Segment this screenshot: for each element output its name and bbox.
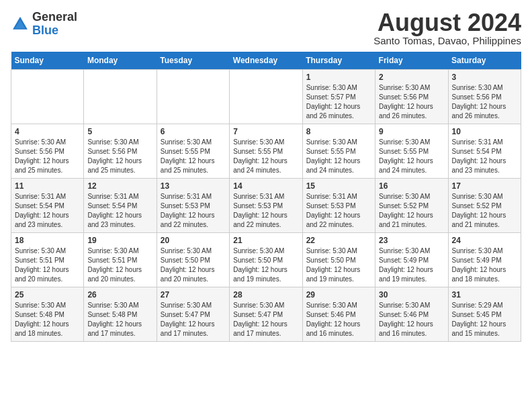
day-number: 12 xyxy=(87,181,152,191)
day-info: Sunrise: 5:30 AM Sunset: 5:50 PM Dayligh… xyxy=(306,246,371,284)
logo-general: General xyxy=(32,10,77,24)
calendar-cell: 21Sunrise: 5:30 AM Sunset: 5:50 PM Dayli… xyxy=(230,233,302,287)
day-number: 11 xyxy=(15,181,80,191)
day-number: 15 xyxy=(306,181,371,191)
calendar-cell: 10Sunrise: 5:31 AM Sunset: 5:54 PM Dayli… xyxy=(448,124,521,179)
day-info: Sunrise: 5:30 AM Sunset: 5:48 PM Dayligh… xyxy=(87,301,152,338)
day-number: 23 xyxy=(379,236,444,245)
calendar-cell: 23Sunrise: 5:30 AM Sunset: 5:49 PM Dayli… xyxy=(375,233,448,287)
calendar-cell: 6Sunrise: 5:30 AM Sunset: 5:55 PM Daylig… xyxy=(157,124,229,179)
day-info: Sunrise: 5:30 AM Sunset: 5:47 PM Dayligh… xyxy=(233,301,298,338)
day-info: Sunrise: 5:30 AM Sunset: 5:46 PM Dayligh… xyxy=(306,301,371,338)
calendar-cell xyxy=(157,70,229,124)
week-row-2: 4Sunrise: 5:30 AM Sunset: 5:56 PM Daylig… xyxy=(11,124,521,179)
logo-text: General Blue xyxy=(32,11,77,38)
location-subtitle: Santo Tomas, Davao, Philippines xyxy=(373,35,521,46)
day-number: 8 xyxy=(306,127,371,136)
calendar-cell: 18Sunrise: 5:30 AM Sunset: 5:51 PM Dayli… xyxy=(11,233,84,287)
day-info: Sunrise: 5:30 AM Sunset: 5:51 PM Dayligh… xyxy=(15,246,80,284)
day-number: 28 xyxy=(233,290,298,300)
day-info: Sunrise: 5:30 AM Sunset: 5:51 PM Dayligh… xyxy=(87,246,152,284)
day-info: Sunrise: 5:31 AM Sunset: 5:53 PM Dayligh… xyxy=(306,192,371,230)
calendar-cell: 3Sunrise: 5:30 AM Sunset: 5:56 PM Daylig… xyxy=(448,70,521,124)
calendar-cell: 17Sunrise: 5:30 AM Sunset: 5:52 PM Dayli… xyxy=(448,179,521,233)
calendar-cell: 7Sunrise: 5:30 AM Sunset: 5:55 PM Daylig… xyxy=(230,124,302,179)
day-info: Sunrise: 5:30 AM Sunset: 5:56 PM Dayligh… xyxy=(15,138,80,175)
calendar-cell: 28Sunrise: 5:30 AM Sunset: 5:47 PM Dayli… xyxy=(230,287,302,342)
day-number: 7 xyxy=(233,127,298,136)
day-info: Sunrise: 5:30 AM Sunset: 5:52 PM Dayligh… xyxy=(452,192,517,230)
day-number: 1 xyxy=(306,73,371,82)
week-row-3: 11Sunrise: 5:31 AM Sunset: 5:54 PM Dayli… xyxy=(11,179,521,233)
day-info: Sunrise: 5:30 AM Sunset: 5:49 PM Dayligh… xyxy=(379,246,444,284)
day-info: Sunrise: 5:31 AM Sunset: 5:54 PM Dayligh… xyxy=(15,192,80,230)
month-title: August 2024 xyxy=(373,11,521,35)
logo: General Blue xyxy=(11,11,77,38)
day-info: Sunrise: 5:30 AM Sunset: 5:56 PM Dayligh… xyxy=(452,83,517,121)
day-number: 27 xyxy=(161,290,226,300)
day-info: Sunrise: 5:31 AM Sunset: 5:54 PM Dayligh… xyxy=(87,192,152,230)
calendar-cell: 20Sunrise: 5:30 AM Sunset: 5:50 PM Dayli… xyxy=(157,233,229,287)
calendar-cell: 13Sunrise: 5:31 AM Sunset: 5:53 PM Dayli… xyxy=(157,179,229,233)
weekday-header-monday: Monday xyxy=(84,52,157,70)
day-info: Sunrise: 5:30 AM Sunset: 5:50 PM Dayligh… xyxy=(233,246,298,284)
day-number: 5 xyxy=(87,127,152,136)
day-info: Sunrise: 5:30 AM Sunset: 5:48 PM Dayligh… xyxy=(15,301,80,338)
day-info: Sunrise: 5:30 AM Sunset: 5:57 PM Dayligh… xyxy=(306,83,371,121)
generalblue-logo-icon xyxy=(11,15,30,34)
day-number: 21 xyxy=(233,236,298,245)
day-number: 25 xyxy=(15,290,80,300)
calendar-cell: 11Sunrise: 5:31 AM Sunset: 5:54 PM Dayli… xyxy=(11,179,84,233)
day-info: Sunrise: 5:31 AM Sunset: 5:54 PM Dayligh… xyxy=(452,138,517,175)
weekday-header-row: SundayMondayTuesdayWednesdayThursdayFrid… xyxy=(11,52,521,70)
calendar-cell: 15Sunrise: 5:31 AM Sunset: 5:53 PM Dayli… xyxy=(302,179,375,233)
calendar-cell: 26Sunrise: 5:30 AM Sunset: 5:48 PM Dayli… xyxy=(84,287,157,342)
day-number: 24 xyxy=(452,236,517,245)
calendar-cell: 25Sunrise: 5:30 AM Sunset: 5:48 PM Dayli… xyxy=(11,287,84,342)
day-number: 26 xyxy=(87,290,152,300)
week-row-5: 25Sunrise: 5:30 AM Sunset: 5:48 PM Dayli… xyxy=(11,287,521,342)
day-info: Sunrise: 5:29 AM Sunset: 5:45 PM Dayligh… xyxy=(452,301,517,338)
day-number: 18 xyxy=(15,236,80,245)
weekday-header-sunday: Sunday xyxy=(11,52,84,70)
day-number: 19 xyxy=(87,236,152,245)
day-number: 22 xyxy=(306,236,371,245)
day-number: 4 xyxy=(15,127,80,136)
day-info: Sunrise: 5:31 AM Sunset: 5:53 PM Dayligh… xyxy=(233,192,298,230)
day-info: Sunrise: 5:30 AM Sunset: 5:56 PM Dayligh… xyxy=(379,83,444,121)
day-info: Sunrise: 5:30 AM Sunset: 5:46 PM Dayligh… xyxy=(379,301,444,338)
day-number: 16 xyxy=(379,181,444,191)
day-info: Sunrise: 5:31 AM Sunset: 5:53 PM Dayligh… xyxy=(161,192,226,230)
day-info: Sunrise: 5:30 AM Sunset: 5:55 PM Dayligh… xyxy=(306,138,371,175)
day-number: 31 xyxy=(452,290,517,300)
day-info: Sunrise: 5:30 AM Sunset: 5:55 PM Dayligh… xyxy=(161,138,226,175)
weekday-header-wednesday: Wednesday xyxy=(230,52,302,70)
calendar-cell: 14Sunrise: 5:31 AM Sunset: 5:53 PM Dayli… xyxy=(230,179,302,233)
day-number: 9 xyxy=(379,127,444,136)
title-block: August 2024 Santo Tomas, Davao, Philippi… xyxy=(373,11,521,46)
day-number: 3 xyxy=(452,73,517,82)
day-info: Sunrise: 5:30 AM Sunset: 5:52 PM Dayligh… xyxy=(379,192,444,230)
logo-blue: Blue xyxy=(32,24,58,37)
calendar-cell: 22Sunrise: 5:30 AM Sunset: 5:50 PM Dayli… xyxy=(302,233,375,287)
calendar-cell xyxy=(230,70,302,124)
calendar-cell: 5Sunrise: 5:30 AM Sunset: 5:56 PM Daylig… xyxy=(84,124,157,179)
day-number: 20 xyxy=(161,236,226,245)
week-row-1: 1Sunrise: 5:30 AM Sunset: 5:57 PM Daylig… xyxy=(11,70,521,124)
weekday-header-saturday: Saturday xyxy=(448,52,521,70)
calendar-cell: 24Sunrise: 5:30 AM Sunset: 5:49 PM Dayli… xyxy=(448,233,521,287)
weekday-header-thursday: Thursday xyxy=(302,52,375,70)
day-number: 29 xyxy=(306,290,371,300)
week-row-4: 18Sunrise: 5:30 AM Sunset: 5:51 PM Dayli… xyxy=(11,233,521,287)
calendar-cell: 31Sunrise: 5:29 AM Sunset: 5:45 PM Dayli… xyxy=(448,287,521,342)
day-number: 17 xyxy=(452,181,517,191)
day-number: 13 xyxy=(161,181,226,191)
page-header: General Blue August 2024 Santo Tomas, Da… xyxy=(11,11,521,46)
day-info: Sunrise: 5:30 AM Sunset: 5:50 PM Dayligh… xyxy=(161,246,226,284)
day-info: Sunrise: 5:30 AM Sunset: 5:55 PM Dayligh… xyxy=(379,138,444,175)
day-number: 10 xyxy=(452,127,517,136)
calendar-cell: 9Sunrise: 5:30 AM Sunset: 5:55 PM Daylig… xyxy=(375,124,448,179)
calendar-cell: 1Sunrise: 5:30 AM Sunset: 5:57 PM Daylig… xyxy=(302,70,375,124)
calendar-cell: 19Sunrise: 5:30 AM Sunset: 5:51 PM Dayli… xyxy=(84,233,157,287)
calendar-table: SundayMondayTuesdayWednesdayThursdayFrid… xyxy=(11,52,521,342)
